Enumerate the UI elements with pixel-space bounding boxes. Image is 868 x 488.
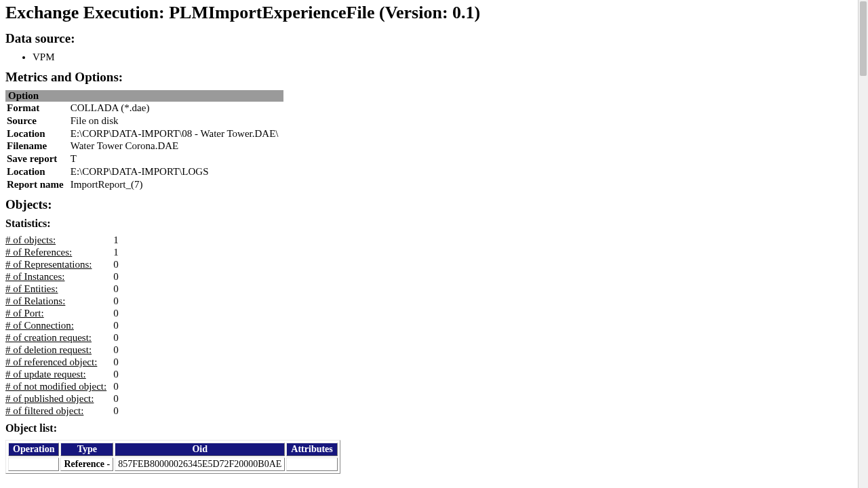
stat-label: # of deletion request: (5, 344, 109, 356)
option-value: Water Tower Corona.DAE (69, 140, 284, 152)
option-label: Report name (5, 178, 69, 191)
cell-type: Reference - (60, 458, 113, 471)
stat-value: 0 (109, 344, 121, 356)
stat-label: # of update request: (5, 368, 109, 380)
stat-row: # of creation request:0 (5, 331, 121, 344)
stat-row: # of Instances:0 (5, 270, 121, 283)
vertical-scrollbar[interactable] (858, 0, 868, 488)
stat-value: 0 (109, 283, 121, 295)
page-title: Exchange Execution: PLMImportExperienceF… (5, 3, 863, 23)
option-label: Filename (5, 140, 69, 152)
stat-row: # of Representations:0 (5, 258, 121, 270)
option-value: E:\CORP\DATA-IMPORT\08 - Water Tower.DAE… (69, 127, 284, 140)
stat-value: 0 (109, 295, 121, 307)
stat-label: # of objects: (5, 234, 109, 246)
option-row: Filename Water Tower Corona.DAE (5, 140, 283, 152)
stat-value: 0 (109, 356, 121, 368)
stat-value: 0 (109, 405, 121, 417)
option-value: T (69, 152, 284, 165)
cell-oid: 857FEB80000026345E5D72F20000B0AE (115, 458, 285, 471)
stat-label: # of Representations: (5, 258, 109, 270)
stat-row: # of filtered object:0 (5, 405, 121, 417)
stat-value: 0 (109, 307, 121, 319)
section-objects: Objects: (5, 197, 863, 212)
option-label: Location (5, 127, 69, 140)
stat-row: # of deletion request:0 (5, 344, 121, 356)
option-row: Save report T (5, 152, 283, 165)
stat-value: 0 (109, 331, 121, 344)
stat-value: 0 (109, 270, 121, 283)
stat-value: 1 (109, 246, 121, 258)
stat-value: 0 (109, 258, 121, 270)
stat-label: # of Relations: (5, 295, 109, 307)
stat-label: # of Entities: (5, 283, 109, 295)
section-object-list: Object list: (5, 422, 863, 434)
object-list-table: Operation Type Oid Attributes Reference … (7, 441, 339, 472)
stat-row: # of not modified object:0 (5, 380, 121, 392)
stat-value: 0 (109, 392, 121, 405)
section-metrics: Metrics and Options: (5, 70, 863, 85)
stat-row: # of References:1 (5, 246, 121, 258)
option-label: Source (5, 115, 69, 127)
cell-operation (8, 458, 59, 471)
option-value: ImportReport_(7) (69, 178, 284, 191)
statistics-table: # of objects:1 # of References:1 # of Re… (5, 234, 121, 417)
stat-label: # of published object: (5, 392, 109, 405)
stat-label: # of Port: (5, 307, 109, 319)
stat-row: # of Port:0 (5, 307, 121, 319)
stat-row: # of Entities:0 (5, 283, 121, 295)
data-source-list: VPM (5, 52, 863, 63)
option-value: COLLADA (*.dae) (69, 102, 284, 115)
stat-value: 0 (109, 368, 121, 380)
option-value: File on disk (69, 115, 284, 127)
stat-label: # of not modified object: (5, 380, 109, 392)
stat-value: 0 (109, 319, 121, 331)
option-row: Location E:\CORP\DATA-IMPORT\08 - Water … (5, 127, 283, 140)
stat-value: 1 (109, 234, 121, 246)
options-header: Option (5, 90, 283, 102)
stat-row: # of published object:0 (5, 392, 121, 405)
option-label: Location (5, 165, 69, 178)
object-list-row: Reference - 857FEB80000026345E5D72F20000… (8, 458, 338, 471)
col-oid: Oid (115, 443, 285, 456)
scrollbar-thumb[interactable] (860, 1, 867, 76)
stat-row: # of Connection:0 (5, 319, 121, 331)
col-attributes: Attributes (286, 443, 337, 456)
col-type: Type (60, 443, 113, 456)
section-data-source: Data source: (5, 31, 863, 46)
cell-attributes (286, 458, 337, 471)
options-table: Option Format COLLADA (*.dae) Source Fil… (5, 90, 283, 190)
stat-row: # of referenced object:0 (5, 356, 121, 368)
option-row: Format COLLADA (*.dae) (5, 102, 283, 115)
stat-value: 0 (109, 380, 121, 392)
col-operation: Operation (8, 443, 59, 456)
stat-row: # of update request:0 (5, 368, 121, 380)
option-value: E:\CORP\DATA-IMPORT\LOGS (69, 165, 284, 178)
object-list-wrapper: Operation Type Oid Attributes Reference … (5, 440, 340, 474)
stat-row: # of objects:1 (5, 234, 121, 246)
stat-label: # of referenced object: (5, 356, 109, 368)
stat-label: # of References: (5, 246, 109, 258)
section-statistics: Statistics: (5, 218, 863, 230)
stat-label: # of Instances: (5, 270, 109, 283)
stat-label: # of Connection: (5, 319, 109, 331)
option-label: Format (5, 102, 69, 115)
option-row: Source File on disk (5, 115, 283, 127)
object-list-header-row: Operation Type Oid Attributes (8, 443, 338, 456)
data-source-item: VPM (33, 52, 863, 63)
option-row: Report name ImportReport_(7) (5, 178, 283, 191)
stat-label: # of creation request: (5, 331, 109, 344)
option-label: Save report (5, 152, 69, 165)
option-row: Location E:\CORP\DATA-IMPORT\LOGS (5, 165, 283, 178)
stat-label: # of filtered object: (5, 405, 109, 417)
stat-row: # of Relations:0 (5, 295, 121, 307)
